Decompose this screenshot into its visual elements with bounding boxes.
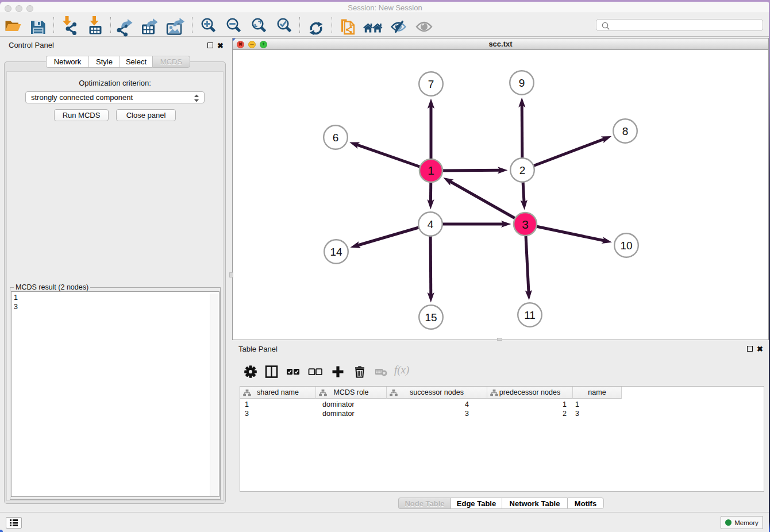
svg-text:3: 3 [522, 218, 529, 231]
svg-text:8: 8 [622, 125, 629, 137]
svg-text:4: 4 [428, 218, 434, 230]
svg-text:7: 7 [428, 78, 434, 90]
svg-text:9: 9 [519, 77, 525, 89]
svg-text:2: 2 [519, 164, 526, 176]
svg-text:10: 10 [620, 240, 632, 252]
svg-text:15: 15 [425, 311, 437, 323]
svg-text:14: 14 [330, 246, 342, 258]
svg-text:1: 1 [428, 164, 434, 177]
svg-text:11: 11 [524, 309, 536, 321]
svg-text:6: 6 [333, 132, 339, 144]
